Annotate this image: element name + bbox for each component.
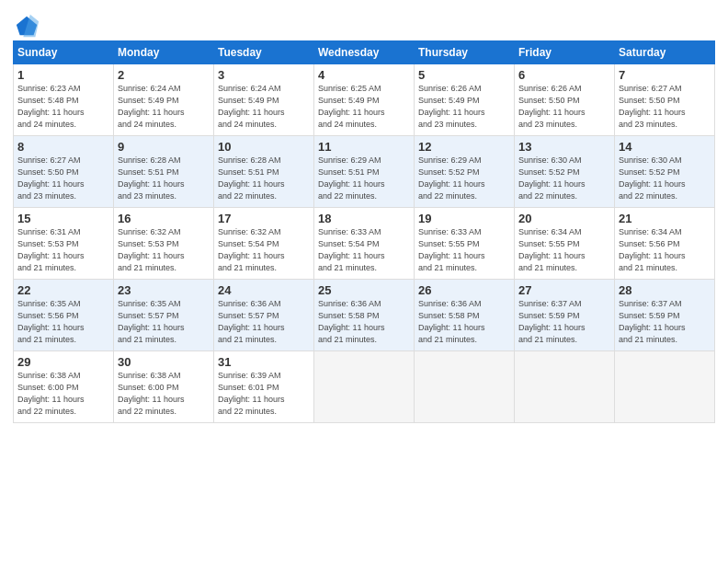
day-number: 21 [619, 212, 711, 225]
calendar-cell: 15Sunrise: 6:31 AM Sunset: 5:53 PM Dayli… [14, 208, 114, 280]
calendar-cell: 21Sunrise: 6:34 AM Sunset: 5:56 PM Dayli… [615, 208, 715, 280]
day-number: 15 [17, 212, 109, 225]
day-number: 8 [17, 140, 109, 154]
day-number: 30 [118, 355, 210, 369]
day-number: 6 [518, 68, 610, 82]
day-info: Sunrise: 6:28 AM Sunset: 5:51 PM Dayligh… [118, 155, 210, 202]
day-info: Sunrise: 6:38 AM Sunset: 6:00 PM Dayligh… [118, 370, 210, 418]
calendar-week-2: 8Sunrise: 6:27 AM Sunset: 5:50 PM Daylig… [14, 136, 715, 208]
day-info: Sunrise: 6:29 AM Sunset: 5:51 PM Dayligh… [318, 155, 410, 202]
day-number: 5 [418, 68, 510, 82]
day-number: 9 [118, 140, 210, 154]
day-info: Sunrise: 6:34 AM Sunset: 5:56 PM Dayligh… [619, 226, 711, 274]
day-info: Sunrise: 6:36 AM Sunset: 5:57 PM Dayligh… [218, 298, 310, 346]
day-info: Sunrise: 6:39 AM Sunset: 6:01 PM Dayligh… [218, 370, 310, 418]
day-number: 12 [418, 140, 510, 154]
day-info: Sunrise: 6:33 AM Sunset: 5:55 PM Dayligh… [418, 226, 510, 274]
day-info: Sunrise: 6:37 AM Sunset: 5:59 PM Dayligh… [518, 298, 610, 346]
day-info: Sunrise: 6:24 AM Sunset: 5:49 PM Dayligh… [118, 83, 210, 131]
header [13, 9, 715, 35]
day-info: Sunrise: 6:27 AM Sunset: 5:50 PM Dayligh… [619, 83, 711, 131]
calendar-cell: 31Sunrise: 6:39 AM Sunset: 6:01 PM Dayli… [214, 351, 314, 423]
day-number: 14 [619, 140, 711, 154]
calendar-cell: 9Sunrise: 6:28 AM Sunset: 5:51 PM Daylig… [114, 136, 214, 208]
day-number: 28 [619, 283, 711, 297]
day-info: Sunrise: 6:36 AM Sunset: 5:58 PM Dayligh… [318, 298, 410, 346]
day-info: Sunrise: 6:30 AM Sunset: 5:52 PM Dayligh… [518, 155, 610, 202]
calendar-cell: 30Sunrise: 6:38 AM Sunset: 6:00 PM Dayli… [114, 351, 214, 423]
day-info: Sunrise: 6:29 AM Sunset: 5:52 PM Dayligh… [418, 155, 510, 202]
logo [13, 13, 40, 35]
calendar-cell [415, 351, 515, 423]
day-info: Sunrise: 6:35 AM Sunset: 5:57 PM Dayligh… [118, 298, 210, 346]
calendar-cell: 12Sunrise: 6:29 AM Sunset: 5:52 PM Dayli… [415, 136, 515, 208]
calendar-cell: 18Sunrise: 6:33 AM Sunset: 5:54 PM Dayli… [314, 208, 415, 280]
calendar-week-5: 29Sunrise: 6:38 AM Sunset: 6:00 PM Dayli… [14, 351, 715, 423]
calendar-cell: 28Sunrise: 6:37 AM Sunset: 5:59 PM Dayli… [615, 280, 715, 351]
col-header-sunday: Sunday [14, 41, 114, 64]
day-info: Sunrise: 6:27 AM Sunset: 5:50 PM Dayligh… [17, 155, 109, 202]
calendar-cell: 22Sunrise: 6:35 AM Sunset: 5:56 PM Dayli… [14, 280, 114, 351]
day-number: 10 [218, 140, 310, 154]
calendar-cell: 1Sunrise: 6:23 AM Sunset: 5:48 PM Daylig… [14, 64, 114, 136]
day-info: Sunrise: 6:26 AM Sunset: 5:49 PM Dayligh… [418, 83, 510, 131]
day-number: 3 [218, 68, 310, 82]
calendar-cell: 11Sunrise: 6:29 AM Sunset: 5:51 PM Dayli… [314, 136, 415, 208]
day-info: Sunrise: 6:23 AM Sunset: 5:48 PM Dayligh… [17, 83, 109, 131]
calendar-cell: 17Sunrise: 6:32 AM Sunset: 5:54 PM Dayli… [214, 208, 314, 280]
calendar-table: SundayMondayTuesdayWednesdayThursdayFrid… [13, 40, 715, 423]
calendar-cell: 16Sunrise: 6:32 AM Sunset: 5:53 PM Dayli… [114, 208, 214, 280]
col-header-friday: Friday [515, 41, 615, 64]
calendar-cell: 29Sunrise: 6:38 AM Sunset: 6:00 PM Dayli… [14, 351, 114, 423]
day-number: 29 [17, 355, 109, 369]
day-info: Sunrise: 6:35 AM Sunset: 5:56 PM Dayligh… [17, 298, 109, 346]
day-info: Sunrise: 6:31 AM Sunset: 5:53 PM Dayligh… [17, 226, 109, 274]
calendar-week-3: 15Sunrise: 6:31 AM Sunset: 5:53 PM Dayli… [14, 208, 715, 280]
col-header-tuesday: Tuesday [214, 41, 314, 64]
day-number: 13 [518, 140, 610, 154]
col-header-thursday: Thursday [415, 41, 515, 64]
calendar-cell: 7Sunrise: 6:27 AM Sunset: 5:50 PM Daylig… [615, 64, 715, 136]
calendar-cell [515, 351, 615, 423]
calendar-cell: 20Sunrise: 6:34 AM Sunset: 5:55 PM Dayli… [515, 208, 615, 280]
day-number: 31 [218, 355, 310, 369]
day-info: Sunrise: 6:33 AM Sunset: 5:54 PM Dayligh… [318, 226, 410, 274]
calendar-cell: 8Sunrise: 6:27 AM Sunset: 5:50 PM Daylig… [14, 136, 114, 208]
day-info: Sunrise: 6:32 AM Sunset: 5:53 PM Dayligh… [118, 226, 210, 274]
day-info: Sunrise: 6:32 AM Sunset: 5:54 PM Dayligh… [218, 226, 310, 274]
day-info: Sunrise: 6:28 AM Sunset: 5:51 PM Dayligh… [218, 155, 310, 202]
calendar-cell: 4Sunrise: 6:25 AM Sunset: 5:49 PM Daylig… [314, 64, 415, 136]
calendar-cell: 24Sunrise: 6:36 AM Sunset: 5:57 PM Dayli… [214, 280, 314, 351]
calendar-cell [615, 351, 715, 423]
col-header-wednesday: Wednesday [314, 41, 415, 64]
day-info: Sunrise: 6:36 AM Sunset: 5:58 PM Dayligh… [418, 298, 510, 346]
col-header-monday: Monday [114, 41, 214, 64]
calendar-cell: 6Sunrise: 6:26 AM Sunset: 5:50 PM Daylig… [515, 64, 615, 136]
day-number: 27 [518, 283, 610, 297]
day-number: 25 [318, 283, 410, 297]
day-number: 24 [218, 283, 310, 297]
day-number: 23 [118, 283, 210, 297]
calendar-cell: 3Sunrise: 6:24 AM Sunset: 5:49 PM Daylig… [214, 64, 314, 136]
day-info: Sunrise: 6:24 AM Sunset: 5:49 PM Dayligh… [218, 83, 310, 131]
calendar-cell: 5Sunrise: 6:26 AM Sunset: 5:49 PM Daylig… [415, 64, 515, 136]
calendar-cell: 25Sunrise: 6:36 AM Sunset: 5:58 PM Dayli… [314, 280, 415, 351]
day-info: Sunrise: 6:37 AM Sunset: 5:59 PM Dayligh… [619, 298, 711, 346]
day-number: 4 [318, 68, 410, 82]
day-info: Sunrise: 6:25 AM Sunset: 5:49 PM Dayligh… [318, 83, 410, 131]
calendar-cell: 19Sunrise: 6:33 AM Sunset: 5:55 PM Dayli… [415, 208, 515, 280]
logo-icon [15, 13, 40, 39]
day-info: Sunrise: 6:30 AM Sunset: 5:52 PM Dayligh… [619, 155, 711, 202]
col-header-saturday: Saturday [615, 41, 715, 64]
calendar-cell [314, 351, 415, 423]
page-container: SundayMondayTuesdayWednesdayThursdayFrid… [0, 0, 728, 431]
day-number: 26 [418, 283, 510, 297]
day-number: 19 [418, 212, 510, 225]
calendar-week-4: 22Sunrise: 6:35 AM Sunset: 5:56 PM Dayli… [14, 280, 715, 351]
calendar-cell: 10Sunrise: 6:28 AM Sunset: 5:51 PM Dayli… [214, 136, 314, 208]
day-number: 17 [218, 212, 310, 225]
day-number: 18 [318, 212, 410, 225]
calendar-cell: 26Sunrise: 6:36 AM Sunset: 5:58 PM Dayli… [415, 280, 515, 351]
day-number: 1 [17, 68, 109, 82]
calendar-cell: 23Sunrise: 6:35 AM Sunset: 5:57 PM Dayli… [114, 280, 214, 351]
